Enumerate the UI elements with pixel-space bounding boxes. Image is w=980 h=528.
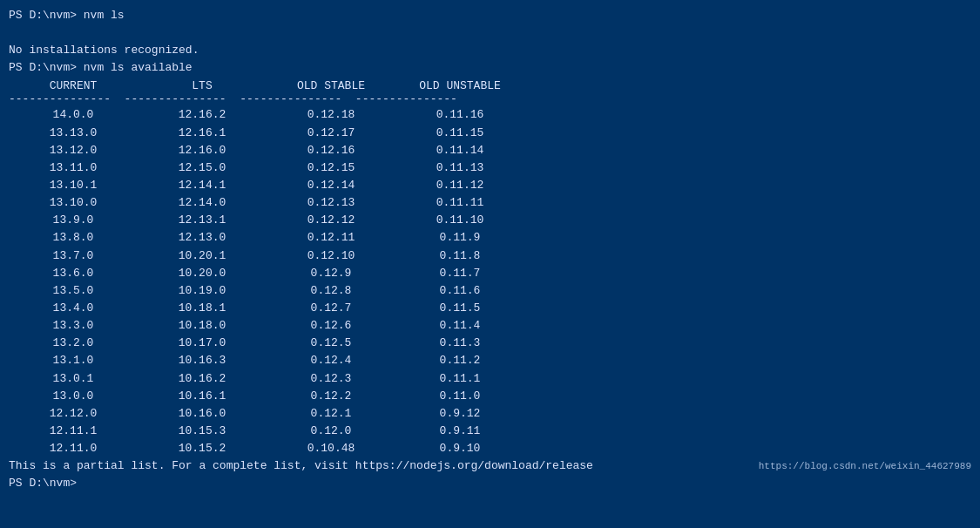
- cell-0: 13.6.0: [9, 265, 138, 282]
- table-row: 13.9.012.13.10.12.120.11.10: [9, 212, 971, 229]
- cell-0: 13.3.0: [9, 317, 138, 335]
- cell-3: 0.11.14: [395, 142, 524, 159]
- cell-0: 13.1.0: [9, 352, 138, 369]
- cell-2: 0.12.0: [267, 423, 395, 440]
- cell-3: 0.11.16: [395, 106, 524, 124]
- cell-3: 0.11.4: [395, 317, 524, 335]
- cell-1: 12.16.1: [138, 125, 267, 142]
- cell-2: 0.12.6: [267, 317, 395, 335]
- table-body: 14.0.012.16.20.12.180.11.1613.13.012.16.…: [9, 106, 971, 457]
- cell-3: 0.11.12: [395, 177, 524, 194]
- cell-0: 13.5.0: [9, 282, 138, 300]
- cell-1: 10.16.0: [138, 405, 267, 423]
- header-current: CURRENT: [9, 79, 138, 92]
- cell-0: 13.11.0: [9, 159, 138, 177]
- table-row: 13.0.110.16.20.12.30.11.1: [9, 370, 971, 388]
- blank-line: [9, 24, 971, 42]
- cell-1: 12.16.0: [138, 142, 267, 159]
- cell-2: 0.12.8: [267, 282, 395, 300]
- cell-3: 0.9.10: [395, 440, 524, 457]
- cell-3: 0.11.8: [395, 247, 524, 265]
- cell-0: 13.4.0: [9, 300, 138, 317]
- footer-line: This is a partial list. For a complete l…: [9, 457, 971, 475]
- cell-0: 13.9.0: [9, 212, 138, 229]
- cell-2: 0.12.15: [267, 159, 395, 177]
- cell-0: 13.0.0: [9, 388, 138, 405]
- cell-0: 13.12.0: [9, 142, 138, 159]
- cell-0: 12.12.0: [9, 405, 138, 423]
- cell-1: 12.13.0: [138, 229, 267, 247]
- cell-0: 12.11.0: [9, 440, 138, 457]
- cell-1: 10.20.0: [138, 265, 267, 282]
- cell-2: 0.12.17: [267, 125, 395, 142]
- cell-2: 0.12.1: [267, 405, 395, 423]
- cell-2: 0.12.4: [267, 352, 395, 369]
- cell-1: 10.19.0: [138, 282, 267, 300]
- cell-1: 10.15.2: [138, 440, 267, 457]
- cell-3: 0.11.1: [395, 370, 524, 388]
- cell-0: 13.0.1: [9, 370, 138, 388]
- no-install-line: No installations recognized.: [9, 42, 971, 59]
- cell-3: 0.11.5: [395, 300, 524, 317]
- cell-3: 0.11.13: [395, 159, 524, 177]
- prompt-line-1: PS D:\nvm> nvm ls: [9, 7, 971, 24]
- terminal-window: PS D:\nvm> nvm ls No installations recog…: [9, 7, 971, 521]
- cell-3: 0.11.15: [395, 125, 524, 142]
- table-row: 13.11.012.15.00.12.150.11.13: [9, 159, 971, 177]
- version-table: CURRENT LTS OLD STABLE OLD UNSTABLE ----…: [9, 79, 971, 458]
- table-row: 13.10.112.14.10.12.140.11.12: [9, 177, 971, 194]
- cell-3: 0.11.6: [395, 282, 524, 300]
- cell-2: 0.12.3: [267, 370, 395, 388]
- table-header-row: CURRENT LTS OLD STABLE OLD UNSTABLE: [9, 79, 971, 92]
- cell-3: 0.9.12: [395, 405, 524, 423]
- cell-2: 0.10.48: [267, 440, 395, 457]
- header-lts: LTS: [138, 79, 267, 92]
- cell-3: 0.11.7: [395, 265, 524, 282]
- cell-2: 0.12.14: [267, 177, 395, 194]
- cell-3: 0.11.3: [395, 335, 524, 352]
- cell-0: 12.11.1: [9, 423, 138, 440]
- cell-3: 0.11.11: [395, 194, 524, 212]
- cell-1: 10.18.1: [138, 300, 267, 317]
- cell-1: 10.15.3: [138, 423, 267, 440]
- cell-1: 12.15.0: [138, 159, 267, 177]
- table-row: 12.12.010.16.00.12.10.9.12: [9, 405, 971, 423]
- cell-3: 0.11.9: [395, 229, 524, 247]
- cell-1: 12.13.1: [138, 212, 267, 229]
- cell-0: 13.8.0: [9, 229, 138, 247]
- cell-3: 0.9.11: [395, 423, 524, 440]
- cell-3: 0.11.2: [395, 352, 524, 369]
- table-row: 12.11.110.15.30.12.00.9.11: [9, 423, 971, 440]
- header-old-stable: OLD STABLE: [267, 79, 395, 92]
- table-row: 13.2.010.17.00.12.50.11.3: [9, 335, 971, 352]
- cell-0: 13.10.0: [9, 194, 138, 212]
- table-row: 13.8.012.13.00.12.110.11.9: [9, 229, 971, 247]
- cell-1: 10.16.3: [138, 352, 267, 369]
- prompt-end: PS D:\nvm>: [9, 475, 971, 492]
- cell-0: 13.7.0: [9, 247, 138, 265]
- cell-2: 0.12.2: [267, 388, 395, 405]
- cell-2: 0.12.9: [267, 265, 395, 282]
- cell-2: 0.12.10: [267, 247, 395, 265]
- table-row: 13.7.010.20.10.12.100.11.8: [9, 247, 971, 265]
- table-row: 14.0.012.16.20.12.180.11.16: [9, 106, 971, 124]
- cell-1: 10.16.1: [138, 388, 267, 405]
- cell-2: 0.12.5: [267, 335, 395, 352]
- cell-1: 12.14.0: [138, 194, 267, 212]
- table-row: 13.4.010.18.10.12.70.11.5: [9, 300, 971, 317]
- table-row: 13.0.010.16.10.12.20.11.0: [9, 388, 971, 405]
- separator: --------------- --------------- --------…: [9, 92, 971, 107]
- table-row: 13.6.010.20.00.12.90.11.7: [9, 265, 971, 282]
- footer-text: This is a partial list. For a complete l…: [9, 457, 593, 475]
- cell-3: 0.11.0: [395, 388, 524, 405]
- table-row: 12.11.010.15.20.10.480.9.10: [9, 440, 971, 457]
- cell-2: 0.12.7: [267, 300, 395, 317]
- cell-2: 0.12.16: [267, 142, 395, 159]
- table-row: 13.13.012.16.10.12.170.11.15: [9, 125, 971, 142]
- cell-2: 0.12.11: [267, 229, 395, 247]
- header-old-unstable: OLD UNSTABLE: [395, 79, 524, 92]
- cell-0: 13.2.0: [9, 335, 138, 352]
- cell-0: 13.10.1: [9, 177, 138, 194]
- cell-0: 14.0.0: [9, 106, 138, 124]
- footer-url: https://blog.csdn.net/weixin_44627989: [759, 459, 971, 474]
